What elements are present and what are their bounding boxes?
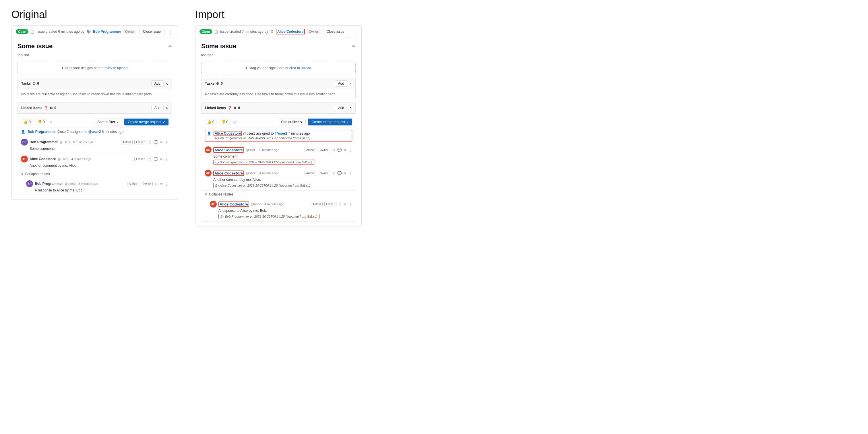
import-tasks-add-btn[interactable]: Add bbox=[335, 81, 347, 87]
import-thumbsup-btn[interactable]: 👍 0 bbox=[205, 119, 217, 125]
original-c2-emoji-btn[interactable]: ☺ bbox=[148, 157, 152, 161]
original-close-btn[interactable]: Close issue bbox=[139, 28, 164, 35]
import-issue-body: Some issue ✏ foo bar ⬆ Drag your designs… bbox=[195, 38, 361, 226]
import-thumbsdown-btn[interactable]: 👎 0 bbox=[219, 119, 231, 125]
import-r1-author: Alice Codestore bbox=[218, 202, 249, 207]
import-r1-meta: @user1 · 4 minutes ago bbox=[251, 203, 284, 206]
import-assign-target[interactable]: @user2 bbox=[275, 131, 287, 135]
import-author-role: Owner bbox=[307, 30, 320, 34]
original-c2-author: Alice Codestore bbox=[30, 157, 56, 161]
import-c1-avatar: AC bbox=[205, 146, 212, 153]
original-thumbsup-btn[interactable]: 👍 0 bbox=[21, 119, 33, 125]
import-r1-more-btn[interactable]: ⋮ bbox=[348, 202, 352, 206]
original-assign-target[interactable]: @user2 bbox=[88, 130, 101, 134]
original-c1-emoji-btn[interactable]: ☺ bbox=[148, 140, 152, 144]
import-description: foo bar bbox=[201, 53, 355, 57]
import-c1-text: Some comment. bbox=[213, 154, 352, 158]
original-assign-author[interactable]: Bob Programmer bbox=[28, 130, 56, 134]
original-tasks-chevron[interactable]: ∧ bbox=[165, 81, 168, 86]
import-c1-more-btn[interactable]: ⋮ bbox=[348, 148, 352, 152]
import-emoji-btn[interactable]: ☺ bbox=[232, 120, 236, 124]
import-upload-area[interactable]: ⬆ Drag your designs here or click to upl… bbox=[201, 62, 355, 74]
import-more-btn[interactable]: ⋮ bbox=[350, 28, 358, 35]
import-c2-emoji-btn[interactable]: ☺ bbox=[332, 171, 336, 175]
original-c2-edit-btn[interactable]: ✏ bbox=[160, 157, 163, 161]
original-collapse-replies[interactable]: ∨ Collapse replies bbox=[18, 170, 172, 178]
original-reply-1: BP Bob Programmer @user2 · 3 minutes ago… bbox=[18, 178, 172, 195]
import-tasks-label: Tasks bbox=[205, 82, 214, 86]
import-tasks-body: No tasks are currently assigned. Use tas… bbox=[202, 89, 355, 99]
import-c1-meta: @user1 · 6 minutes ago bbox=[246, 148, 279, 152]
import-comment-1: AC Alice Codestore @user1 · 6 minutes ag… bbox=[201, 144, 355, 167]
original-c1-comment-btn[interactable]: 💬 bbox=[154, 140, 158, 144]
import-activity: 👤 Alice Codestore @user1 assigned to @us… bbox=[201, 127, 355, 222]
import-r1-note: By Bob Programmer on 2022-10-22T06:14:28… bbox=[218, 214, 319, 219]
import-author-name[interactable]: Alice Codestore bbox=[276, 29, 305, 34]
original-create-mr-btn[interactable]: Create merge request ∨ bbox=[124, 119, 168, 125]
original-header-actions: Close issue ⋮ bbox=[139, 28, 174, 35]
import-collapse-replies[interactable]: ∨ Collapse replies bbox=[201, 191, 355, 198]
import-tasks-icon: ⊙ bbox=[216, 82, 219, 86]
import-close-btn[interactable]: Close issue bbox=[323, 28, 348, 35]
tasks-label: Tasks bbox=[21, 82, 31, 86]
original-c1-more-btn[interactable]: ⋮ bbox=[165, 140, 168, 144]
import-linked-icon: ❓ bbox=[228, 106, 232, 110]
original-linked-chevron[interactable]: ∧ bbox=[165, 105, 168, 110]
import-upload-icon: ⬆ bbox=[245, 66, 248, 70]
original-c1-avatar: BP bbox=[21, 138, 28, 146]
import-r1-edit-btn[interactable]: ✏ bbox=[344, 202, 347, 206]
import-issue-header: Open ▢ Issue created 7 minutes ago by ⚙ … bbox=[195, 26, 361, 38]
import-c1-comment-btn[interactable]: 💬 bbox=[337, 148, 342, 152]
original-emoji-btn[interactable]: ☺ bbox=[49, 120, 53, 124]
import-c2-edit-btn[interactable]: ✏ bbox=[344, 171, 347, 175]
import-c2-author-badge: Author bbox=[305, 171, 316, 175]
import-r1-author-badge: Author bbox=[311, 202, 322, 206]
original-edit-btn[interactable]: ✏ bbox=[168, 44, 172, 49]
original-upload-area[interactable]: ⬆ Drag your designs here or click to upl… bbox=[18, 62, 172, 74]
import-header-left: Open ▢ Issue created 7 minutes ago by ⚙ … bbox=[199, 29, 321, 34]
original-sort-btn[interactable]: Sort or filter ∨ bbox=[94, 119, 122, 125]
import-tasks-chevron[interactable]: ∧ bbox=[349, 81, 352, 86]
original-c1-author: Bob Programmer bbox=[30, 140, 58, 144]
import-c1-edit-btn[interactable]: ✏ bbox=[344, 148, 347, 152]
original-comment-1: BP Bob Programmer @user2 · 6 minutes ago… bbox=[18, 136, 172, 153]
import-create-mr-btn[interactable]: Create merge request ∨ bbox=[308, 119, 352, 125]
linked-copy-icon: ⧉ bbox=[50, 106, 53, 110]
original-linked-add-btn[interactable]: Add bbox=[151, 105, 164, 111]
import-reactions-bar: 👍 0 👎 0 ☺ Sort or filter ∨ Create merge … bbox=[201, 117, 355, 127]
import-created-text: Issue created 7 minutes ago by bbox=[220, 30, 268, 34]
original-activity: 👤 Bob Programmer @user2 assigned to @use… bbox=[18, 127, 172, 195]
original-tasks-add-btn[interactable]: Add bbox=[151, 81, 164, 87]
original-r1-more-btn[interactable]: ⋮ bbox=[165, 182, 168, 186]
import-linked-chevron[interactable]: ∧ bbox=[349, 105, 352, 110]
import-c2-more-btn[interactable]: ⋮ bbox=[348, 171, 352, 175]
original-thumbsdown-btn[interactable]: 👎 0 bbox=[35, 119, 48, 125]
tasks-count: 0 bbox=[37, 82, 39, 86]
import-sort-btn[interactable]: Sort or filter ∨ bbox=[278, 119, 306, 125]
original-c2-more-btn[interactable]: ⋮ bbox=[165, 157, 168, 161]
import-upload-link[interactable]: click to upload. bbox=[289, 66, 312, 70]
import-reply-1: AC Alice Codestore @user1 · 4 minutes ag… bbox=[201, 198, 355, 222]
import-linked-add-btn[interactable]: Add bbox=[335, 105, 347, 111]
import-tasks-header: Tasks ⊙ 0 Add ∧ bbox=[202, 78, 355, 89]
import-linked-header: Linked items ❓ ⧉ 0 Add ∧ bbox=[202, 102, 355, 114]
import-edit-btn[interactable]: ✏ bbox=[352, 44, 355, 49]
original-r1-owner-badge: Owner bbox=[141, 182, 152, 186]
import-r1-emoji-btn[interactable]: ☺ bbox=[338, 202, 342, 206]
original-r1-emoji-btn[interactable]: ☺ bbox=[154, 182, 158, 186]
original-r1-edit-btn[interactable]: ✏ bbox=[160, 182, 163, 186]
original-more-btn[interactable]: ⋮ bbox=[167, 28, 174, 35]
original-c1-edit-btn[interactable]: ✏ bbox=[160, 140, 163, 144]
original-c2-comment-btn[interactable]: 💬 bbox=[154, 157, 158, 161]
import-c1-emoji-btn[interactable]: ☺ bbox=[332, 148, 336, 152]
original-author-name[interactable]: Bob Programmer bbox=[93, 30, 121, 34]
import-issue-title: Some issue ✏ bbox=[201, 42, 355, 50]
original-r1-avatar: BP bbox=[26, 180, 33, 187]
import-c2-comment-btn[interactable]: 💬 bbox=[337, 171, 342, 175]
import-person-icon: 👤 bbox=[207, 131, 211, 135]
import-assign-note: By Bob Programmer on 2022-10-22T06:11:37… bbox=[214, 136, 311, 140]
original-c2-avatar: AC bbox=[21, 156, 28, 162]
original-upload-link[interactable]: click to upload. bbox=[105, 66, 128, 70]
original-issue-title: Some issue ✏ bbox=[18, 42, 172, 50]
original-r1-text: A response to Alice by me, Bob. bbox=[35, 188, 168, 192]
